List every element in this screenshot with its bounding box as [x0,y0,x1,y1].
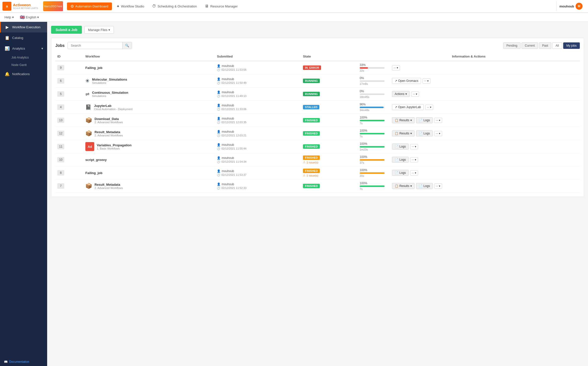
more-button[interactable]: ··· ▾ [425,105,433,110]
sidebar-item-job-analytics[interactable]: Job Analytics [0,54,47,61]
progress-time: 37s [360,161,390,164]
submitted-user: 👤mouhoub [217,156,299,160]
nav-item-scheduling[interactable]: ⏱ Scheduling & Orchestration [149,2,200,10]
more-button[interactable]: ··· ▾ [434,131,442,136]
sidebar-item-notifications[interactable]: 🔔 Notifications [0,69,47,79]
submitted-user: 👤mouhoub [217,130,299,133]
logs-button[interactable]: 📄 Logs [416,183,433,189]
table-row: 5 ⇌ Continuous_Simulation Simulations 👤m… [55,88,580,101]
actions-dropdown-button[interactable]: Actions ▾ [392,91,410,97]
cell-info-actions: 100% 37s 📄 Logs··· ▾ [358,153,580,166]
filter-current[interactable]: Current [522,42,538,49]
catalog-icon: 📋 [5,35,10,40]
job-category: Cloud Automation - Deployment [94,108,132,111]
submitted-time: 🕐02/12/2021 11:53:37 [217,173,299,177]
actions-col: ↗Open Gromacs··· ▾ [392,78,431,84]
actions-col: ↗Open JupyterLab··· ▾ [392,104,433,110]
cell-workflow: 📦 Result_Metadata 2. Advanced Workflows [83,180,215,193]
logs-button[interactable]: 📄 Logs [392,157,409,163]
open-app-button[interactable]: ↗Open JupyterLab [392,104,424,110]
info-actions-container: 100% 37s 📄 Logs··· ▾ [360,155,578,164]
logs-button[interactable]: 📄 Logs [392,170,409,176]
documentation-link[interactable]: 📖 Documentation [4,360,43,364]
cell-workflow: 📦 Download_Data 2. Advanced Workflows [83,114,215,127]
info-actions-container: 100% 7s 📋 Results ▾📄 Logs··· ▾ [360,182,578,190]
clock-icon: 🕐 [217,186,220,190]
search-input[interactable] [68,42,122,49]
cell-submitted: 👤mouhoub 🕐02/12/2021 12:03:35 [215,114,301,127]
cell-id: 11 [55,140,83,153]
info-actions-container: 96% 34m48s ↗Open JupyterLab··· ▾ [360,103,578,112]
job-id: 12 [57,131,64,136]
state-badge: FINISHED [303,131,320,136]
progress-bar-bg [360,67,385,69]
sidebar-item-workflow-execution[interactable]: ▶ Workflow Execution [0,22,47,32]
filter-all[interactable]: All [552,42,562,49]
more-button[interactable]: ··· ▾ [392,65,400,70]
logs-button[interactable]: 📄 Logs [392,144,409,150]
search-button[interactable]: 🔍 [122,42,132,49]
info-actions-container: 100% 1m23s 📄 Logs··· ▾ [360,142,578,151]
workflow-cell: Failing_job [85,171,213,175]
state-badge: RUNNING [303,79,320,83]
table-row: 4 📓 JupyterLab Cloud Automation - Deploy… [55,101,580,114]
progress-bar [360,107,384,108]
language-menu[interactable]: 🇬🇧 English ▾ [19,14,40,20]
cell-id: 12 [55,127,83,140]
progress-bar-bg [360,172,385,174]
open-app-button[interactable]: ↗Open Gromacs [392,78,421,84]
job-id: 7 [57,183,64,189]
sidebar-item-analytics[interactable]: 📊 Analytics ▾ [0,43,47,54]
cell-workflow: Failing_job [83,166,215,180]
more-button[interactable]: ··· ▾ [434,183,442,189]
job-name: script_groovy [85,158,107,162]
cell-submitted: 👤mouhoub 🕐02/12/2021 11:53:37 [215,166,301,180]
cell-state: RUNNING [301,88,358,101]
nav-user[interactable]: mouhoub M [556,1,586,11]
filter-past[interactable]: Past [539,42,551,49]
nav-item-automation-dashboard[interactable]: ⚙ Automation Dashboard [67,2,112,10]
workflow-info: Result_Metadata 2. Advanced Workflows [95,130,123,137]
progress-time: 1m23s [360,148,390,151]
logs-button[interactable]: 📄 Logs [416,130,433,136]
issue-badge: ⚠1 issue(s) [303,174,356,177]
workflow-info: Failing_job [85,171,102,175]
filter-my-jobs[interactable]: My jobs [563,42,580,49]
job-name: Result_Metadata [95,183,123,186]
info-actions-container: 33% 22s ··· ▾ [360,63,578,72]
cell-workflow: ✳ Molecular_Simulations Simulations [83,74,215,88]
toolbar: Submit a Job Manage Files ▾ [51,26,584,34]
more-button[interactable]: ··· ▾ [411,92,419,97]
submitted-user: 👤mouhoub [217,104,299,107]
submitted-user: 👤mouhoub [217,77,299,81]
manage-files-button[interactable]: Manage Files ▾ [84,26,114,34]
more-button[interactable]: ··· ▾ [410,170,418,176]
progress-col: 100% 7s [360,116,390,125]
sidebar-item-node-gantt[interactable]: Node Gantt [0,61,47,69]
more-button[interactable]: ··· ▾ [410,157,418,162]
progress-bar-bg [360,133,385,134]
state-badge: FINISHED [303,169,320,173]
progress-col: 33% 22s [360,63,390,72]
clock-icon: 🕐 [217,94,220,98]
user-icon: 👤 [217,130,221,133]
cell-state: STALLED [301,101,358,114]
logs-button[interactable]: 📄 Logs [416,117,433,123]
submit-job-button[interactable]: Submit a Job [51,26,82,34]
workflow-execution-icon: ▶ [5,25,10,30]
more-button[interactable]: ··· ▾ [434,118,442,123]
results-button[interactable]: 📋 Results ▾ [392,130,415,136]
more-button[interactable]: ··· ▾ [410,144,418,149]
filter-pending[interactable]: Pending [503,42,521,49]
clock-icon: 🕐 [217,81,220,85]
sim-icon: ⇌ [85,91,90,97]
sidebar-item-catalog[interactable]: 📋 Catalog [0,32,47,43]
results-button[interactable]: 📋 Results ▾ [392,183,415,189]
results-button[interactable]: 📋 Results ▾ [392,117,415,123]
help-menu[interactable]: Help ▾ [3,15,15,20]
nav-item-workflow-studio[interactable]: ✦ Workflow Studio [113,2,148,10]
cell-submitted: 👤mouhoub 🕐02/12/2021 12:03:21 [215,127,301,140]
more-button[interactable]: ··· ▾ [423,78,430,84]
nav-item-resource-manager[interactable]: 🖥 Resource Manager [201,2,241,10]
cell-id: 8 [55,166,83,180]
